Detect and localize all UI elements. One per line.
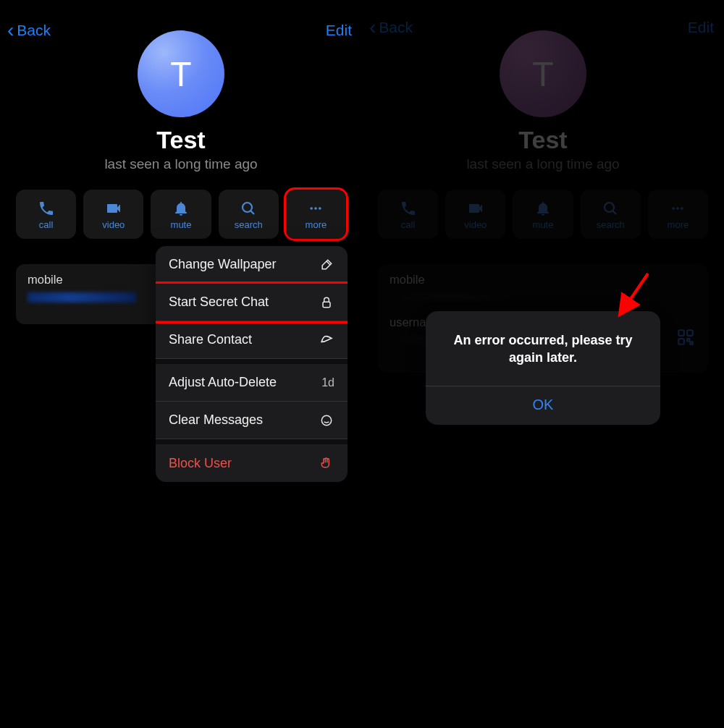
more-label: more [306, 219, 327, 230]
svg-point-2 [311, 207, 313, 210]
more-icon [306, 199, 325, 218]
menu-start-secret-chat[interactable]: Start Secret Chat [156, 284, 348, 321]
video-icon [104, 199, 123, 218]
more-button[interactable]: more [286, 190, 346, 239]
search-label: search [235, 219, 263, 230]
error-alert: An error occurred, please try again late… [426, 311, 660, 425]
alert-message: An error occurred, please try again late… [426, 311, 660, 386]
edit-button[interactable]: Edit [326, 22, 352, 39]
menu-share-contact[interactable]: Share Contact [156, 321, 348, 359]
avatar[interactable]: T [138, 30, 224, 117]
contact-status: last seen a long time ago [0, 156, 362, 172]
menu-label: Change Wallpaper [169, 257, 276, 272]
alert-ok-button[interactable]: OK [426, 386, 660, 425]
chevron-left-icon: ‹ [7, 20, 14, 41]
back-label: Back [17, 22, 51, 39]
menu-label: Start Secret Chat [169, 295, 269, 310]
svg-point-4 [319, 207, 321, 210]
menu-label: Clear Messages [169, 412, 263, 428]
search-button[interactable]: search [219, 190, 279, 239]
video-button[interactable]: video [83, 190, 143, 239]
mute-button[interactable]: mute [151, 190, 211, 239]
menu-block-user[interactable]: Block User [156, 444, 348, 482]
svg-rect-5 [323, 302, 330, 308]
auto-delete-value: 1d [321, 376, 334, 389]
call-label: call [39, 219, 54, 230]
menu-adjust-auto-delete[interactable]: Adjust Auto-Delete 1d [156, 364, 348, 402]
lock-icon [319, 295, 334, 310]
phone-icon [37, 199, 56, 218]
bell-icon [172, 199, 190, 218]
menu-separator [156, 439, 348, 444]
menu-clear-messages[interactable]: Clear Messages [156, 402, 348, 439]
more-menu: Change Wallpaper Start Secret Chat Share… [156, 246, 348, 482]
menu-separator [156, 359, 348, 364]
mute-label: mute [171, 219, 192, 230]
svg-point-3 [315, 207, 318, 210]
video-label: video [102, 219, 125, 230]
menu-label: Block User [169, 456, 232, 471]
broom-icon [319, 412, 334, 428]
svg-point-0 [243, 203, 252, 212]
menu-label: Share Contact [169, 332, 252, 347]
avatar-initial: T [170, 54, 191, 94]
paintbrush-icon [319, 257, 334, 273]
search-icon [239, 199, 258, 218]
svg-point-6 [321, 415, 331, 425]
svg-line-1 [251, 211, 254, 214]
share-icon [319, 332, 334, 348]
back-button[interactable]: ‹ Back [7, 20, 51, 41]
screen-left: ‹ Back Edit T Test last seen a long time… [0, 0, 362, 728]
contact-name: Test [0, 126, 362, 154]
mobile-value-redacted [28, 292, 136, 302]
action-row: call video mute search [0, 190, 362, 239]
menu-label: Adjust Auto-Delete [169, 375, 277, 390]
avatar-circle: T [138, 30, 224, 117]
call-button[interactable]: call [16, 190, 76, 239]
screen-right: ‹ Back Edit T Test last seen a long time… [362, 0, 724, 728]
hand-icon [319, 455, 334, 471]
menu-change-wallpaper[interactable]: Change Wallpaper [156, 246, 348, 284]
